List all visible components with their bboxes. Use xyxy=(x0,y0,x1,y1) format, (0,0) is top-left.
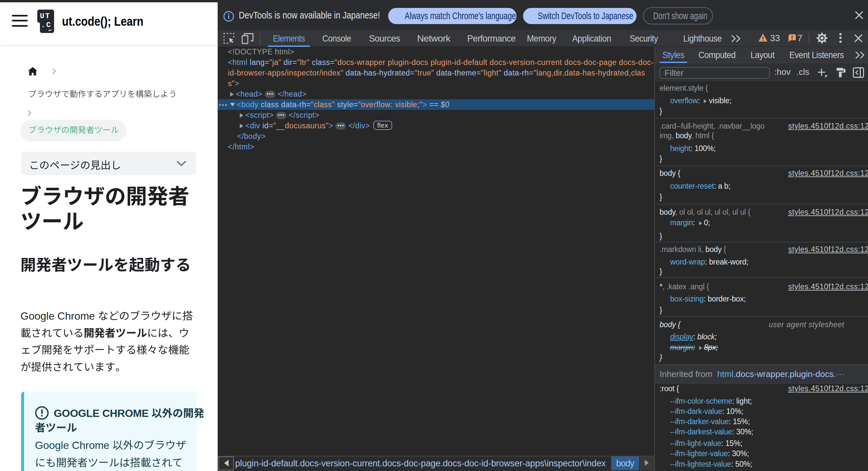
svg-text:.C: .C xyxy=(41,21,52,29)
svg-text:Google Chrome: Google Chrome xyxy=(35,439,110,451)
svg-text:UT: UT xyxy=(40,12,51,21)
svg-text:Google Chrome: Google Chrome xyxy=(21,310,95,322)
svg-text:GOOGLE CHROME: GOOGLE CHROME xyxy=(54,407,149,419)
